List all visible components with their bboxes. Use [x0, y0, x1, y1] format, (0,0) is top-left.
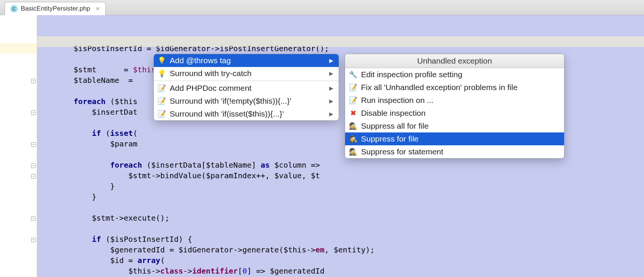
menu-item-label: Run inspection on ...: [361, 96, 433, 105]
menu-item-label: Add @throws tag: [170, 56, 231, 65]
intention-item[interactable]: 📝Add PHPDoc comment▶: [154, 82, 339, 95]
inspection-item[interactable]: 🔧Edit inspection profile setting: [345, 68, 564, 81]
menu-item-label: Suppress for file: [361, 134, 419, 143]
submenu-arrow-icon: ▶: [329, 111, 333, 117]
tab-filename: BasicEntityPersister.php: [21, 5, 90, 12]
fold-icon[interactable]: −: [31, 163, 36, 168]
pencil-icon: 📝: [349, 83, 357, 92]
menu-item-label: Suppress for statement: [361, 147, 443, 156]
agent-icon: 🕵️: [349, 122, 357, 130]
current-line-highlight: [37, 36, 644, 47]
menu-item-label: Suppress all for file: [361, 121, 429, 131]
inspection-item[interactable]: 📝Fix all 'Unhandled exception' problems …: [345, 81, 564, 94]
menu-item-label: Disable inspection: [361, 109, 425, 118]
fold-icon[interactable]: −: [31, 110, 36, 115]
agent-icon: 🕵️: [349, 135, 357, 143]
menu-item-label: Surround with try-catch: [170, 69, 252, 78]
gutter-highlight: [0, 43, 37, 54]
menu-item-label: Fix all 'Unhandled exception' problems i…: [361, 83, 517, 92]
pencil-icon: 📝: [349, 96, 357, 104]
inspection-item[interactable]: ✖Disable inspection: [345, 107, 564, 120]
fold-icon[interactable]: −: [31, 79, 36, 83]
submenu-arrow-icon: ▶: [329, 98, 333, 104]
intention-item[interactable]: 📝Surround with 'if(isset($this)){...}'▶: [154, 107, 339, 120]
pencil-icon: 📝: [158, 84, 166, 92]
bulb-orange-icon: 💡: [158, 69, 166, 78]
editor-tab[interactable]: C BasicEntityPersister.php ✕: [5, 2, 106, 15]
file-type-icon: C: [10, 5, 18, 12]
wrench-icon: 🔧: [349, 70, 357, 79]
cross-icon: ✖: [349, 109, 357, 117]
fold-icon[interactable]: −: [31, 216, 36, 221]
popup-header: Unhandled exception: [345, 54, 564, 68]
submenu-arrow-icon: ▶: [329, 85, 333, 91]
inspection-item[interactable]: 📝Run inspection on ...: [345, 94, 564, 107]
pencil-icon: 📝: [158, 110, 166, 118]
fold-icon[interactable]: −: [31, 174, 36, 179]
intention-item[interactable]: 📝Surround with 'if(!empty($this)){...}'▶: [154, 95, 339, 107]
gutter: − − − − − − −: [0, 15, 37, 277]
bulb-yellow-icon: 💡: [158, 56, 166, 65]
fold-icon[interactable]: −: [31, 238, 36, 242]
menu-item-label: Surround with 'if(!empty($this)){...}': [170, 96, 291, 106]
intention-item[interactable]: 💡Surround with try-catch▶: [154, 67, 339, 80]
inspection-options-popup: Unhandled exception 🔧Edit inspection pro…: [345, 54, 564, 159]
inspection-item[interactable]: 🕵️Suppress all for file: [345, 120, 564, 132]
pencil-icon: 📝: [158, 97, 166, 105]
fold-icon[interactable]: −: [31, 142, 36, 147]
tab-bar: C BasicEntityPersister.php ✕: [0, 0, 644, 15]
close-icon[interactable]: ✕: [95, 6, 100, 12]
inspection-item[interactable]: 🕵️Suppress for statement: [345, 145, 564, 158]
intention-item[interactable]: 💡Add @throws tag▶: [154, 54, 339, 67]
submenu-arrow-icon: ▶: [329, 58, 333, 64]
inspection-item[interactable]: 🕵️Suppress for file: [345, 132, 564, 145]
menu-item-label: Edit inspection profile setting: [361, 70, 462, 79]
intention-actions-popup: 💡Add @throws tag▶💡Surround with try-catc…: [153, 54, 339, 121]
menu-item-label: Surround with 'if(isset($this)){...}': [170, 109, 284, 118]
agent-icon: 🕵️: [349, 148, 357, 156]
submenu-arrow-icon: ▶: [329, 70, 333, 76]
menu-item-label: Add PHPDoc comment: [170, 84, 252, 93]
menu-separator: [154, 81, 339, 81]
